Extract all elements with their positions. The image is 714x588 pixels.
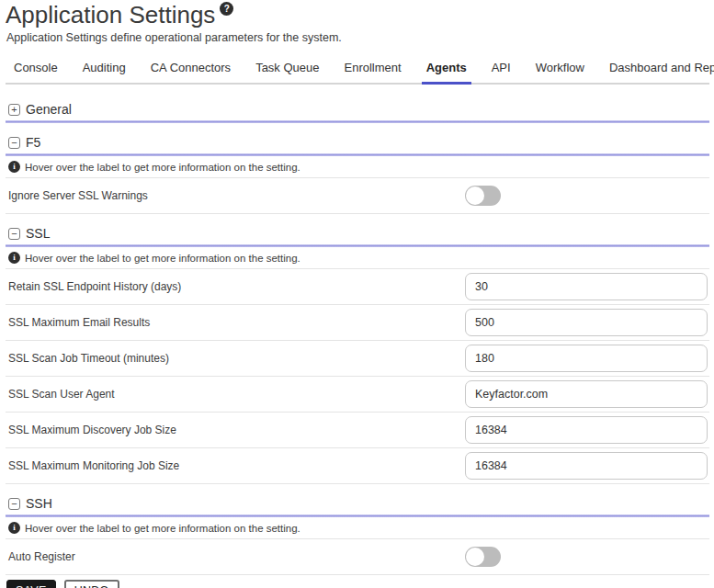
- ssl-maximum-monitoring-job-size-input[interactable]: [465, 452, 708, 480]
- section-title-f5: F5: [26, 135, 40, 150]
- setting-label-ssl-maximum-monitoring-job-size: SSL Maximum Monitoring Job Size: [8, 459, 465, 472]
- setting-label-ssl-maximum-email-results: SSL Maximum Email Results: [8, 316, 465, 329]
- action-bar: SAVE UNDO: [6, 575, 709, 588]
- retain-ssl-endpoint-history-days-input[interactable]: [465, 273, 708, 300]
- setting-row-ssl-maximum-email-results: SSL Maximum Email Results: [6, 305, 709, 341]
- tab-agents[interactable]: Agents: [422, 55, 471, 85]
- info-row: iHover over the label to get more inform…: [6, 247, 709, 269]
- collapse-icon[interactable]: −: [8, 498, 20, 510]
- application-settings-page: Application Settings? Application Settin…: [0, 0, 714, 588]
- info-icon: i: [8, 252, 20, 264]
- info-icon: i: [8, 522, 20, 534]
- settings-sections: +General−F5iHover over the label to get …: [6, 98, 709, 575]
- tab-ca-connectors[interactable]: CA Connectors: [146, 55, 235, 85]
- info-text: Hover over the label to get more informa…: [25, 253, 300, 264]
- collapse-icon[interactable]: −: [8, 137, 20, 149]
- ssl-scan-user-agent-input[interactable]: [465, 380, 708, 408]
- tab-bar: ConsoleAuditingCA ConnectorsTask QueueEn…: [6, 55, 709, 85]
- expand-icon[interactable]: +: [8, 104, 20, 116]
- info-text: Hover over the label to get more informa…: [25, 523, 300, 534]
- setting-row-ignore-server-ssl-warnings: Ignore Server SSL Warnings: [6, 178, 709, 214]
- section-header-ssh[interactable]: −SSH: [6, 492, 709, 514]
- setting-label-ssl-scan-job-timeout-minutes: SSL Scan Job Timeout (minutes): [8, 352, 465, 365]
- ssl-scan-job-timeout-minutes-input[interactable]: [465, 345, 708, 372]
- toggle-knob: [466, 548, 484, 566]
- info-icon: i: [8, 161, 20, 173]
- tab-auditing[interactable]: Auditing: [78, 55, 130, 85]
- info-row: iHover over the label to get more inform…: [6, 156, 709, 178]
- setting-row-ssl-maximum-discovery-job-size: SSL Maximum Discovery Job Size: [6, 413, 709, 448]
- collapse-icon[interactable]: −: [8, 228, 20, 240]
- help-icon[interactable]: ?: [220, 2, 233, 16]
- info-text: Hover over the label to get more informa…: [25, 162, 300, 173]
- tab-api[interactable]: API: [487, 55, 516, 85]
- section-title-ssh: SSH: [26, 496, 52, 511]
- setting-row-ssl-scan-user-agent: SSL Scan User Agent: [6, 377, 709, 413]
- tab-task-queue[interactable]: Task Queue: [251, 55, 323, 85]
- setting-label-retain-ssl-endpoint-history-days: Retain SSL Endpoint History (days): [8, 280, 465, 293]
- setting-label-auto-register: Auto Register: [8, 550, 465, 563]
- info-row: iHover over the label to get more inform…: [6, 517, 709, 539]
- section-header-f5[interactable]: −F5: [6, 131, 709, 153]
- section-header-ssl[interactable]: −SSL: [6, 222, 709, 244]
- setting-label-ignore-server-ssl-warnings: Ignore Server SSL Warnings: [8, 189, 465, 202]
- setting-row-ssl-scan-job-timeout-minutes: SSL Scan Job Timeout (minutes): [6, 341, 709, 377]
- section-title-general: General: [26, 102, 72, 117]
- ignore-server-ssl-warnings-toggle[interactable]: [465, 186, 501, 206]
- section-header-general[interactable]: +General: [6, 98, 709, 120]
- setting-label-ssl-scan-user-agent: SSL Scan User Agent: [8, 388, 465, 401]
- tab-console[interactable]: Console: [9, 55, 62, 85]
- setting-label-ssl-maximum-discovery-job-size: SSL Maximum Discovery Job Size: [8, 424, 465, 436]
- setting-row-retain-ssl-endpoint-history-days: Retain SSL Endpoint History (days): [6, 269, 709, 305]
- page-subtitle: Application Settings define operational …: [6, 31, 709, 44]
- section-title-ssl: SSL: [26, 226, 50, 241]
- ssl-maximum-discovery-job-size-input[interactable]: [465, 416, 708, 444]
- page-title-text: Application Settings: [6, 1, 215, 28]
- section-divider: [6, 120, 709, 123]
- page-title: Application Settings?: [6, 0, 709, 28]
- auto-register-toggle[interactable]: [465, 547, 501, 567]
- ssl-maximum-email-results-input[interactable]: [465, 309, 708, 336]
- tab-workflow[interactable]: Workflow: [531, 55, 589, 85]
- setting-row-auto-register: Auto Register: [6, 539, 709, 575]
- tab-dashboard-and-reports[interactable]: Dashboard and Reports: [605, 55, 714, 85]
- toggle-knob: [466, 187, 484, 205]
- setting-row-ssl-maximum-monitoring-job-size: SSL Maximum Monitoring Job Size: [6, 448, 709, 484]
- tab-enrollment[interactable]: Enrollment: [340, 55, 406, 85]
- save-button[interactable]: SAVE: [6, 580, 56, 588]
- undo-button[interactable]: UNDO: [64, 580, 119, 588]
